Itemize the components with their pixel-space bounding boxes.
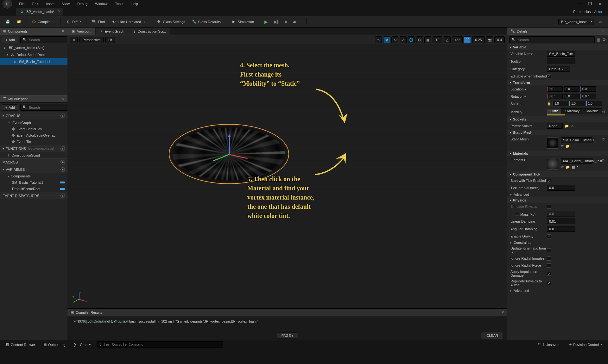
parent-socket-dropdown[interactable]: None (547, 123, 563, 129)
grid-size[interactable]: 10 (433, 36, 442, 43)
compiler-results-tab[interactable]: ▣ Compiler Results ✕ (67, 309, 507, 316)
section-materials[interactable]: ▾Materials (507, 151, 608, 156)
browse-button[interactable]: 📁 (14, 18, 24, 26)
tab-close[interactable]: ✕ (58, 9, 60, 14)
document-tab[interactable]: ⚙ BP_vortex_basin* ✕ (16, 8, 63, 15)
functions-section[interactable]: ▾FUNCTIONS(19 OVERRIDABLE)+ (0, 145, 67, 152)
variables-components[interactable]: ▾Components (0, 173, 67, 179)
add-function[interactable]: + (60, 146, 65, 151)
event-beginplay[interactable]: Event BeginPlay (0, 126, 67, 132)
compiler-tab-close[interactable]: ✕ (501, 310, 504, 314)
components-search[interactable]: 🔍 (20, 36, 75, 43)
save-button[interactable]: 💾 (3, 18, 13, 26)
locate-button[interactable]: ⎋ (595, 18, 605, 26)
translate-tool[interactable]: ✥ (383, 36, 390, 43)
constructionscript-item[interactable]: ƒConstructionScript (0, 152, 67, 158)
simulate-physics-checkbox[interactable] (547, 205, 551, 209)
skip-button[interactable]: ▶| (272, 18, 281, 25)
hide-unrelated-button[interactable]: 👁Hide Unrelated⋮ (109, 18, 148, 26)
stop-button[interactable]: ■ (282, 18, 289, 25)
add-graph[interactable]: + (60, 114, 65, 118)
surface-snap[interactable]: ⬡ (416, 36, 423, 43)
menu-file[interactable]: File (16, 1, 28, 7)
details-tab[interactable]: 🔧 Details ✕ (507, 28, 608, 35)
add-dispatcher[interactable]: + (60, 194, 65, 198)
viewport[interactable]: zxy 4. Select the mesh. First change its… (67, 45, 507, 308)
mobility-stationary[interactable]: Stationary (562, 108, 583, 114)
revision-control[interactable]: ⬣Revision Control ▾ (567, 342, 605, 348)
tick-enabled-checkbox[interactable] (547, 179, 551, 183)
grid-snap[interactable]: ▦ (424, 36, 431, 43)
tooltip-input[interactable] (547, 59, 575, 64)
add-macro[interactable]: + (60, 160, 65, 164)
diff-button[interactable]: ⎘Diff▾ (63, 18, 83, 26)
graphs-section[interactable]: ▾GRAPHS+ (0, 112, 67, 119)
ignore-force-checkbox[interactable] (547, 263, 551, 268)
texture-icon[interactable]: ▩ (572, 165, 575, 169)
apply-impulse-checkbox[interactable] (547, 272, 551, 276)
myblueprint-search-input[interactable] (29, 106, 67, 109)
transform-gizmo[interactable] (229, 154, 230, 173)
event-tick[interactable]: Event Tick (0, 139, 67, 145)
scale-x[interactable] (553, 101, 568, 106)
menu-asset[interactable]: Asset (43, 1, 58, 7)
component-self[interactable]: ● BP_vortex_basin (Self) (0, 44, 67, 51)
add-component-button[interactable]: +Add (2, 37, 18, 43)
advanced-physics[interactable]: ▸Advanced (507, 288, 608, 293)
perspective-dropdown[interactable]: Perspective (79, 37, 103, 43)
class-settings-button[interactable]: ⚙Class Settings (154, 18, 187, 26)
menu-debug[interactable]: Debug (74, 1, 91, 7)
console-input-wrapper[interactable] (97, 341, 223, 348)
browse-asset-icon[interactable]: 📁 (566, 165, 570, 169)
add-blueprint-button[interactable]: +Add (2, 104, 18, 111)
rotation-y[interactable] (564, 94, 580, 99)
clear-button[interactable]: CLEAR (481, 332, 504, 339)
mobility-movable[interactable]: Movable (583, 108, 602, 114)
menu-edit[interactable]: Edit (29, 1, 41, 7)
rotation-x[interactable] (547, 94, 563, 99)
section-sockets[interactable]: ▾Sockets (507, 116, 608, 122)
details-view-options[interactable]: ▦ (597, 37, 600, 42)
variables-section[interactable]: ▾VARIABLES+ (0, 166, 67, 173)
dispatchers-section[interactable]: EVENT DISPATCHERS+ (0, 192, 67, 199)
material-asset-dropdown[interactable]: MAT_Portal_Tutorial_Inst▾ (561, 158, 592, 164)
tab-eventgraph[interactable]: ⁘Event Graph (96, 28, 129, 35)
scale-z[interactable] (586, 101, 602, 106)
clear-socket[interactable]: ✕ (571, 124, 574, 128)
variable-item[interactable]: SM_Basin_Tutorial1 (0, 179, 67, 186)
components-search-input[interactable] (29, 38, 73, 42)
unsaved-indicator[interactable]: ⬚1 Unsaved (535, 342, 562, 348)
viewport-menu[interactable]: ≡ (70, 37, 78, 43)
window-maximize[interactable]: ❐ (588, 2, 592, 6)
eject-button[interactable]: ⏏⋮ (290, 18, 304, 25)
lock-icon[interactable]: 🔓 (547, 102, 551, 106)
play-button[interactable]: ▶ (262, 18, 270, 26)
details-settings[interactable]: ⚙ (602, 37, 606, 42)
angular-damping-input[interactable] (547, 226, 575, 232)
scale-snap-value[interactable]: 0.25 (472, 36, 484, 43)
select-tool[interactable]: ↖ (375, 36, 382, 43)
details-search[interactable]: 🔍 (509, 36, 595, 43)
constraints-sub[interactable]: ▸Constraints (507, 240, 608, 245)
reset-material[interactable]: ↺ (602, 158, 605, 163)
linear-damping-input[interactable] (547, 219, 575, 224)
variable-item[interactable]: DefaultSceneRoot (0, 186, 67, 192)
myblueprint-tab-close[interactable]: ✕ (61, 97, 64, 101)
macros-section[interactable]: MACROS+ (0, 158, 67, 166)
menu-view[interactable]: View (59, 1, 73, 7)
location-y[interactable] (564, 86, 580, 92)
window-close[interactable]: ✕ (598, 2, 602, 6)
myblueprint-search[interactable]: 🔍 (20, 104, 67, 111)
category-dropdown[interactable]: Default▾ (547, 66, 570, 72)
replicate-physics-checkbox[interactable] (547, 281, 551, 285)
menu-window[interactable]: Window (92, 1, 111, 7)
add-variable[interactable]: + (60, 167, 65, 172)
angle-value[interactable]: 45° (452, 36, 463, 43)
page-button[interactable]: PAGE ▾ (277, 332, 298, 339)
coord-toggle[interactable]: 🌐 (408, 36, 415, 43)
gravity-checkbox[interactable] (547, 234, 551, 238)
menu-help[interactable]: Help (128, 1, 141, 7)
output-log-button[interactable]: ▤Output Log (41, 342, 68, 348)
pick-socket[interactable]: 📁 (565, 124, 569, 128)
mesh-asset-dropdown[interactable]: SM_Basin_Tutorial1▾ (561, 137, 592, 143)
